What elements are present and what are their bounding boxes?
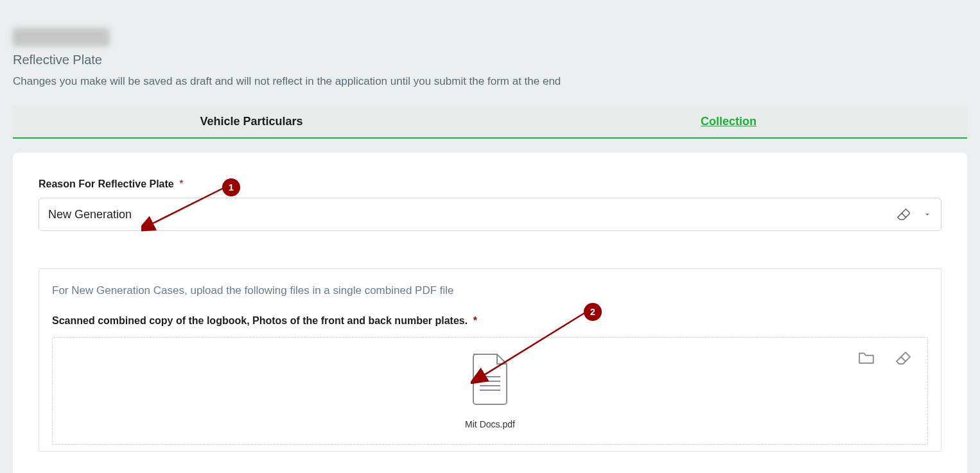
- tabs: Vehicle Particulars Collection: [13, 106, 967, 139]
- file-icon: [470, 352, 510, 408]
- upload-label: Scanned combined copy of the logbook, Ph…: [52, 315, 468, 326]
- reason-select[interactable]: New Generation: [39, 198, 941, 231]
- logo-placeholder: [13, 28, 109, 46]
- tab-collection[interactable]: Collection: [490, 106, 967, 137]
- page-title: Reflective Plate: [13, 53, 967, 67]
- chevron-down-icon[interactable]: [923, 210, 932, 219]
- upload-dropzone[interactable]: Mit Docs.pdf: [52, 337, 928, 445]
- reason-label: Reason For Reflective Plate: [39, 178, 174, 189]
- reason-select-value: New Generation: [48, 208, 896, 221]
- upload-hint: For New Generation Cases, upload the fol…: [52, 284, 928, 297]
- eraser-icon[interactable]: [896, 207, 910, 221]
- folder-icon[interactable]: [858, 350, 875, 365]
- eraser-icon[interactable]: [894, 350, 911, 365]
- required-mark: *: [179, 178, 183, 189]
- form-card: Reason For Reflective Plate * New Genera…: [13, 153, 967, 473]
- upload-panel: For New Generation Cases, upload the fol…: [39, 268, 941, 452]
- tab-vehicle-particulars[interactable]: Vehicle Particulars: [13, 106, 490, 137]
- uploaded-file-name: Mit Docs.pdf: [465, 419, 515, 429]
- required-mark: *: [473, 315, 477, 326]
- page-subtitle: Changes you make will be saved as draft …: [13, 75, 967, 88]
